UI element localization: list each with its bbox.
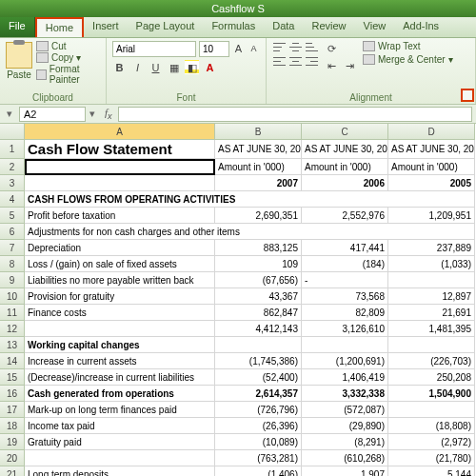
cell[interactable]: 1,504,900 bbox=[388, 386, 475, 402]
row-header[interactable]: 14 bbox=[0, 353, 25, 369]
tab-addins[interactable]: Add-Ins bbox=[394, 17, 447, 37]
cell[interactable]: (10,089) bbox=[215, 434, 302, 450]
cell[interactable] bbox=[388, 402, 475, 418]
cell[interactable]: 12,897 bbox=[388, 288, 475, 305]
cell[interactable]: Gratuity paid bbox=[25, 434, 215, 450]
cell[interactable]: 250,208 bbox=[388, 369, 475, 386]
cell[interactable]: (1,033) bbox=[388, 256, 475, 272]
formula-bar[interactable] bbox=[118, 107, 472, 122]
cell[interactable] bbox=[25, 175, 215, 191]
cell[interactable]: Loss / (gain) on sale of fixed assets bbox=[25, 256, 215, 272]
copy-button[interactable]: Copy ▾ bbox=[36, 52, 100, 63]
paste-button[interactable]: Paste bbox=[6, 41, 32, 85]
tab-file[interactable]: File bbox=[0, 17, 35, 37]
row-header[interactable]: 11 bbox=[0, 305, 25, 321]
col-header-A[interactable]: A bbox=[25, 124, 215, 140]
cell[interactable]: Long term deposits bbox=[25, 466, 215, 476]
orientation-button[interactable]: ⟳ bbox=[325, 41, 339, 55]
cell[interactable]: Amount in '000) bbox=[302, 159, 388, 175]
row-header[interactable]: 13 bbox=[0, 337, 25, 353]
cell[interactable]: (67,656) bbox=[215, 272, 302, 288]
cell[interactable]: 1,481,395 bbox=[388, 321, 475, 337]
name-box[interactable]: A2 bbox=[19, 107, 86, 122]
row-header[interactable]: 7 bbox=[0, 240, 25, 256]
cell[interactable]: 2,690,351 bbox=[215, 208, 302, 224]
row-header[interactable]: 17 bbox=[0, 402, 25, 418]
cell[interactable]: (726,796) bbox=[215, 402, 302, 418]
namebox-dropdown[interactable]: ▾ bbox=[86, 108, 99, 120]
row-header[interactable]: 4 bbox=[0, 191, 25, 208]
col-header-D[interactable]: D bbox=[388, 124, 475, 140]
cell[interactable]: AS AT JUNE 30, 2006 bbox=[302, 140, 388, 159]
align-center-button[interactable] bbox=[288, 55, 303, 68]
row-header[interactable]: 9 bbox=[0, 272, 25, 288]
cell[interactable]: (18,808) bbox=[388, 418, 475, 434]
cell[interactable]: 109 bbox=[215, 256, 302, 272]
alignment-dialog-launcher[interactable] bbox=[461, 89, 474, 102]
cell[interactable]: Working capital changes bbox=[25, 337, 215, 353]
cell[interactable]: 2,614,357 bbox=[215, 386, 302, 402]
cell[interactable]: Profit before taxation bbox=[25, 208, 215, 224]
decrease-indent-button[interactable]: ⇤ bbox=[325, 58, 339, 72]
cell[interactable]: (Decrease)/increase in current liabiliti… bbox=[25, 369, 215, 386]
cell[interactable]: 82,809 bbox=[302, 305, 388, 321]
cell[interactable]: Finance costs bbox=[25, 305, 215, 321]
cell[interactable]: - bbox=[302, 272, 388, 288]
cell[interactable]: Adjustments for non cash charges and oth… bbox=[25, 224, 475, 240]
cell[interactable]: 237,889 bbox=[388, 240, 475, 256]
underline-button[interactable]: U bbox=[149, 60, 163, 74]
cell[interactable]: (226,703) bbox=[388, 353, 475, 369]
cell[interactable]: Mark-up on long term finances paid bbox=[25, 402, 215, 418]
cell[interactable]: 2005 bbox=[388, 175, 475, 191]
row-header[interactable]: 21 bbox=[0, 466, 25, 476]
cell[interactable]: 21,691 bbox=[388, 305, 475, 321]
font-color-button[interactable]: A bbox=[203, 60, 217, 74]
wrap-text-button[interactable]: Wrap Text bbox=[363, 41, 453, 51]
cell[interactable]: 417,441 bbox=[302, 240, 388, 256]
font-name-select[interactable] bbox=[112, 41, 196, 57]
tab-insert[interactable]: Insert bbox=[84, 17, 128, 37]
align-middle-button[interactable] bbox=[288, 41, 303, 53]
align-bottom-button[interactable] bbox=[305, 41, 319, 53]
merge-center-button[interactable]: Merge & Center ▾ bbox=[363, 54, 453, 65]
cell[interactable]: Cash Flow Statement bbox=[25, 140, 215, 159]
cell[interactable]: AS AT JUNE 30, 2007 bbox=[215, 140, 302, 159]
cell[interactable]: Cash generated from operations bbox=[25, 386, 215, 402]
cell[interactable]: 2006 bbox=[302, 175, 388, 191]
cell[interactable]: (1,200,691) bbox=[302, 353, 388, 369]
cell[interactable]: AS AT JUNE 30, 2005 bbox=[388, 140, 475, 159]
row-header[interactable]: 3 bbox=[0, 175, 25, 191]
tab-formulas[interactable]: Formulas bbox=[203, 17, 264, 37]
cell[interactable]: (1,406) bbox=[215, 466, 302, 476]
row-header[interactable]: 15 bbox=[0, 369, 25, 386]
cell[interactable]: 862,847 bbox=[215, 305, 302, 321]
row-header[interactable]: 5 bbox=[0, 208, 25, 224]
cell[interactable]: Liabilities no more payable written back bbox=[25, 272, 215, 288]
cell[interactable]: (184) bbox=[302, 256, 388, 272]
cell[interactable]: 883,125 bbox=[215, 240, 302, 256]
row-header[interactable]: 20 bbox=[0, 450, 25, 466]
cut-button[interactable]: Cut bbox=[36, 41, 100, 51]
tab-page-layout[interactable]: Page Layout bbox=[128, 17, 204, 37]
cell[interactable]: Provision for gratuity bbox=[25, 288, 215, 305]
cell[interactable]: 3,126,610 bbox=[302, 321, 388, 337]
row-header[interactable]: 16 bbox=[0, 386, 25, 402]
cell[interactable]: (2,972) bbox=[388, 434, 475, 450]
italic-button[interactable]: I bbox=[130, 60, 145, 74]
cell[interactable] bbox=[25, 321, 215, 337]
cell[interactable]: 3,332,338 bbox=[302, 386, 388, 402]
tab-view[interactable]: View bbox=[355, 17, 395, 37]
row-header[interactable]: 2 bbox=[0, 159, 25, 175]
row-header[interactable]: 12 bbox=[0, 321, 25, 337]
cell[interactable]: Depreciation bbox=[25, 240, 215, 256]
tab-home[interactable]: Home bbox=[35, 17, 84, 37]
align-right-button[interactable] bbox=[305, 55, 319, 68]
cell[interactable] bbox=[25, 450, 215, 466]
cell[interactable]: (610,268) bbox=[302, 450, 388, 466]
row-header[interactable]: 10 bbox=[0, 288, 25, 305]
border-button[interactable]: ▦ bbox=[167, 60, 181, 74]
select-all-corner[interactable] bbox=[0, 124, 25, 140]
row-header[interactable]: 6 bbox=[0, 224, 25, 240]
cell[interactable]: CASH FLOWS FROM OPERATING ACTIVITIES bbox=[25, 191, 475, 208]
shrink-font-button[interactable]: A bbox=[248, 41, 260, 55]
